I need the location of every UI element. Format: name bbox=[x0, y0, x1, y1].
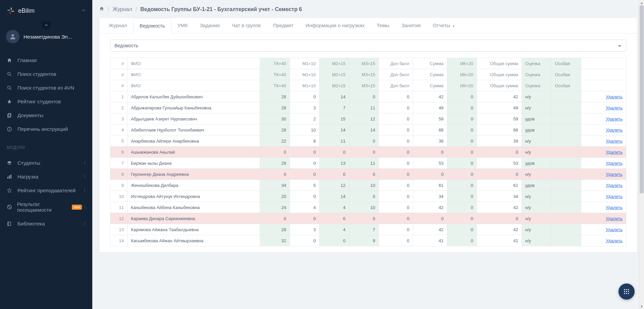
cell-actions: Удалить bbox=[581, 191, 626, 202]
tab-4[interactable]: Чат в группе bbox=[226, 18, 267, 33]
sidebar-module-3[interactable]: Результат посещаемостиnew〈 bbox=[0, 197, 92, 217]
cell-num: 14 bbox=[110, 235, 128, 246]
delete-link[interactable]: Удалить bbox=[606, 238, 623, 243]
scroll-down-icon[interactable]: ▼ bbox=[639, 304, 644, 309]
home-icon[interactable] bbox=[99, 6, 104, 13]
cell-special bbox=[551, 113, 581, 124]
delete-link[interactable]: Удалить bbox=[606, 172, 623, 177]
cell-tk: 30 bbox=[260, 113, 290, 124]
tab-0[interactable]: Журнал bbox=[103, 18, 133, 33]
delete-link[interactable]: Удалить bbox=[606, 94, 623, 99]
delete-link[interactable]: Удалить bbox=[606, 161, 623, 166]
tab-6[interactable]: Информация о нагрузках bbox=[300, 18, 371, 33]
cell-ik: 0 bbox=[447, 235, 477, 246]
delete-link[interactable]: Удалить bbox=[606, 216, 623, 221]
delete-link[interactable]: Удалить bbox=[606, 105, 623, 110]
cell-grade: н/у bbox=[522, 91, 551, 102]
cell-tk: 28 bbox=[260, 224, 290, 235]
delete-link[interactable]: Удалить bbox=[606, 139, 623, 144]
th-total: Общая сумма bbox=[477, 80, 522, 91]
cell-total: 59 bbox=[477, 113, 522, 124]
cell-tk: 0 bbox=[260, 147, 290, 158]
tab-9[interactable]: Отчеты ▾ bbox=[427, 18, 460, 33]
tab-2[interactable]: УМК bbox=[171, 18, 194, 33]
cell-m3: 10 bbox=[349, 180, 379, 191]
delete-link[interactable]: Удалить bbox=[606, 127, 623, 133]
delete-link[interactable]: Удалить bbox=[606, 194, 623, 199]
cell-tk: 0 bbox=[260, 213, 290, 224]
apps-grid-fab[interactable] bbox=[618, 284, 635, 300]
sidebar-item-4[interactable]: Документы bbox=[0, 108, 92, 122]
cell-sum: 42 bbox=[413, 91, 447, 102]
grad-icon bbox=[7, 160, 13, 166]
cell-special bbox=[551, 136, 581, 147]
cell-num: 7 bbox=[110, 158, 128, 169]
cell-tk: 32 bbox=[260, 235, 290, 246]
brand-toggle[interactable]: eBilim bbox=[0, 0, 92, 21]
sidebar-item-3[interactable]: Рейтинг студентов bbox=[0, 95, 92, 108]
cell-tk: 28 bbox=[260, 124, 290, 136]
user-block[interactable]: Незаметдинова Эл... bbox=[0, 21, 92, 50]
cell-special bbox=[551, 147, 581, 158]
sidebar-module-0[interactable]: Студенты〈 bbox=[0, 156, 92, 170]
brand-logo-icon bbox=[7, 7, 15, 15]
tab-7[interactable]: Темы bbox=[371, 18, 396, 33]
cell-dop: 0 bbox=[379, 147, 413, 158]
tab-1[interactable]: Ведомость bbox=[133, 18, 171, 34]
svg-rect-0 bbox=[7, 10, 10, 11]
cell-total: 49 bbox=[477, 102, 522, 113]
cell-sum: 42 bbox=[413, 202, 447, 213]
table-row: 5Анарбекова Айпери Анарбековна2261100390… bbox=[110, 136, 626, 147]
sidebar-item-1[interactable]: Поиск студентов bbox=[0, 67, 92, 81]
cell-grade: н/у bbox=[522, 147, 551, 158]
sidebar-item-2[interactable]: Поиск студентов из AVN bbox=[0, 81, 92, 95]
scroll-thumb[interactable] bbox=[640, 5, 644, 193]
cell-sum: 61 bbox=[413, 180, 447, 191]
breadcrumb: / Журнал / Ведомость Группы БУ-1-21 - Бу… bbox=[99, 0, 637, 17]
cell-name: Биржан кызы Диана bbox=[127, 158, 260, 169]
cell-total: 0 bbox=[477, 169, 522, 180]
sidebar-module-1[interactable]: Нагрузка〈 bbox=[0, 170, 92, 184]
sidebar-module-4[interactable]: Библиотека〈 bbox=[0, 217, 92, 230]
cell-ik: 0 bbox=[447, 213, 477, 224]
cell-ik: 0 bbox=[447, 147, 477, 158]
collapse-up-icon[interactable] bbox=[42, 21, 51, 29]
th-m3: М3=15 bbox=[349, 69, 379, 80]
delete-link[interactable]: Удалить bbox=[606, 227, 623, 232]
chevron-left-icon: 〈 bbox=[82, 174, 86, 179]
cell-actions: Удалить bbox=[581, 113, 626, 124]
delete-link[interactable]: Удалить bbox=[606, 116, 623, 121]
delete-link[interactable]: Удалить bbox=[606, 150, 623, 155]
cell-actions: Удалить bbox=[581, 202, 626, 213]
cell-dop: 0 bbox=[379, 113, 413, 124]
th-m2: М2=15 bbox=[319, 69, 349, 80]
cell-total: 42 bbox=[477, 224, 522, 235]
cell-m1: 0 bbox=[290, 91, 319, 102]
cell-tk: 28 bbox=[260, 102, 290, 113]
cell-m3: 0 bbox=[349, 169, 379, 180]
delete-link[interactable]: Удалить bbox=[606, 183, 623, 188]
breadcrumb-journal[interactable]: Журнал bbox=[112, 6, 132, 12]
cell-sum: 41 bbox=[413, 235, 447, 246]
table-row: 14Касымбекова Айжан Айтмырзаевна32009041… bbox=[110, 235, 626, 246]
cell-name: Ашымжанова Акылай bbox=[127, 147, 260, 158]
sidebar-module-label: Рейтинг преподавателей bbox=[17, 188, 76, 193]
tab-8[interactable]: Занятия bbox=[395, 18, 427, 33]
svg-rect-1 bbox=[11, 11, 14, 12]
sidebar-item-5[interactable]: Перечень инструкций bbox=[0, 122, 92, 136]
scroll-up-icon[interactable]: ▲ bbox=[639, 0, 644, 5]
th-tk: ТК=40 bbox=[260, 69, 290, 80]
tab-3[interactable]: Задания bbox=[194, 18, 226, 33]
sheet-select[interactable]: Ведомость bbox=[110, 40, 626, 52]
sidebar-module-2[interactable]: Рейтинг преподавателей〈 bbox=[0, 184, 92, 197]
cell-m2: 0 bbox=[319, 147, 349, 158]
cell-total: 53 bbox=[477, 158, 522, 169]
sidebar-item-0[interactable]: Главная bbox=[0, 53, 92, 67]
delete-link[interactable]: Удалить bbox=[606, 205, 623, 210]
tab-5[interactable]: Предмет bbox=[267, 18, 300, 33]
th-ik: ИК=20 bbox=[447, 80, 477, 91]
cell-special bbox=[551, 224, 581, 235]
table-row: 9Женишбекова Дилбара3451210061061удовУда… bbox=[110, 180, 626, 191]
scrollbar-vertical[interactable]: ▲ ▼ bbox=[639, 0, 644, 309]
main-content: / Журнал / Ведомость Группы БУ-1-21 - Бу… bbox=[92, 0, 644, 309]
